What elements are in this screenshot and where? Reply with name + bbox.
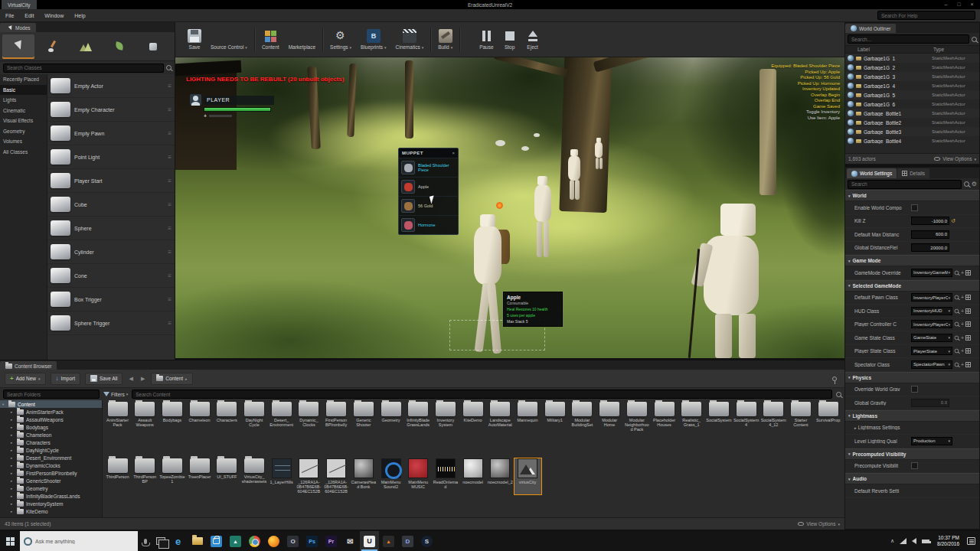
- forward-button[interactable]: ▶: [139, 376, 146, 382]
- outliner-row-garbage1g-5[interactable]: Garbage1G_5StaticMeshActor: [845, 90, 979, 99]
- folder-military1[interactable]: Military1: [541, 402, 568, 432]
- toolbar-blueprints-button[interactable]: Blueprints▾: [356, 22, 390, 57]
- browse-icon[interactable]: [965, 348, 971, 354]
- outliner-row-garbage1g-3[interactable]: Garbage1G_3StaticMeshActor: [845, 72, 979, 81]
- folder-assault-weapons[interactable]: Assault Weapons: [132, 402, 158, 432]
- modes-category-cinematic[interactable]: Cinematic: [0, 106, 47, 116]
- outliner-row-garbage1g-1[interactable]: Garbage1G_1StaticMeshActor: [845, 54, 979, 63]
- number-field[interactable]: 20000.0: [911, 243, 949, 252]
- import-button[interactable]: ↓ Import: [51, 373, 80, 385]
- asset-virtuscity[interactable]: virtusCity: [514, 458, 541, 494]
- asset-camerashead-bonk[interactable]: CamerasHead Bonk: [350, 458, 377, 494]
- taskbar-app-chrome[interactable]: [245, 531, 264, 551]
- use-selected-icon[interactable]: +: [961, 335, 964, 341]
- folder-socialsystem[interactable]: SocialSystem: [705, 402, 732, 432]
- folder-landscape-automaterial[interactable]: Landscape AutoMaterial: [487, 402, 514, 432]
- cortana-search[interactable]: [20, 531, 138, 551]
- asset-topeezombie-1[interactable]: TopeeZombie 1: [158, 458, 185, 489]
- taskbar-app-premiere[interactable]: Pr: [322, 531, 341, 551]
- asset-noecmodel[interactable]: noecmodel: [459, 458, 486, 494]
- action-center-icon[interactable]: [967, 537, 975, 545]
- dropdown-default-pawn-class[interactable]: InventoryPlayerChar▾: [911, 293, 952, 302]
- place-item-empty-pawn[interactable]: Empty Pawn≡: [47, 122, 175, 145]
- place-item-cube[interactable]: Cube≡: [47, 193, 175, 217]
- checkbox[interactable]: [911, 386, 918, 393]
- viewport-3d[interactable]: LIGHTING NEEDS TO BE REBUILT (20 unbuilt…: [175, 57, 844, 358]
- folder-characters[interactable]: Characters: [214, 402, 240, 432]
- section-header-audio[interactable]: ▾Audio: [845, 473, 979, 484]
- place-item-point-light[interactable]: Point Light≡: [47, 145, 175, 169]
- tree-item-genericshooter[interactable]: ▸GenericShooter: [0, 477, 102, 484]
- tree-item-bodybags[interactable]: ▸Bodybags: [0, 423, 102, 431]
- folder-animstarter-pack[interactable]: AnimStarter Pack: [104, 402, 131, 432]
- close-icon[interactable]: ×: [452, 151, 455, 155]
- tree-item-assaultweapons[interactable]: ▸AssaultWeapons: [0, 416, 102, 423]
- outliner-row-garbage-bottle1[interactable]: Garbage_Bottle1StaticMeshActor: [845, 109, 979, 118]
- place-item-cone[interactable]: Cone≡: [47, 264, 175, 288]
- toolbar-save-button[interactable]: Save: [183, 22, 206, 57]
- folder-starter-content[interactable]: Starter Content: [788, 402, 815, 432]
- search-icon[interactable]: [955, 270, 959, 275]
- modes-tab[interactable]: Modes: [0, 23, 36, 32]
- modes-category-visual-effects[interactable]: Visual Effects: [0, 116, 47, 126]
- filters-button[interactable]: Filters ▾: [103, 392, 128, 397]
- volume-icon[interactable]: [912, 538, 916, 544]
- folder-mannequin[interactable]: Mannequin: [514, 402, 541, 432]
- section-header-lightmass[interactable]: ▾Lightmass: [845, 410, 979, 422]
- tree-item-firstpersonbpironbelly[interactable]: ▸FirstPersonBPIronbelly: [0, 469, 102, 477]
- asset-treenplacer[interactable]: TreenPlacer: [186, 458, 213, 489]
- use-selected-icon[interactable]: +: [961, 295, 964, 300]
- folder-chameleon[interactable]: Chameleon: [186, 402, 213, 432]
- browse-icon[interactable]: [965, 270, 971, 276]
- taskbar-app-obs[interactable]: O: [283, 531, 302, 551]
- outliner-row-garbage1g-4[interactable]: Garbage1G_4StaticMeshActor: [845, 81, 979, 90]
- search-icon[interactable]: [955, 295, 959, 300]
- visibility-eye-icon[interactable]: [848, 119, 854, 126]
- tree-item-infinitybladegrasslands[interactable]: ▸InfinityBladeGrassLands: [0, 492, 102, 500]
- search-icon[interactable]: [955, 362, 959, 367]
- inventory-header[interactable]: MUPPET ×: [399, 148, 458, 158]
- asset-ui-stuff[interactable]: UI_STUFF: [214, 458, 240, 489]
- inventory-item-56-gold[interactable]: 56 Gold: [399, 196, 458, 215]
- folder-daynight-cycle[interactable]: DayNight Cycle: [241, 402, 268, 432]
- menu-item-help[interactable]: Help: [69, 9, 90, 21]
- tree-item-chameleon[interactable]: ▸Chameleon: [0, 431, 102, 439]
- taskbar-search-input[interactable]: [35, 539, 134, 544]
- start-button[interactable]: [0, 531, 20, 551]
- search-icon[interactable]: [955, 308, 959, 313]
- inventory-item-bladed-shoulder-piece[interactable]: Bladed Shoulder Piece: [399, 158, 458, 177]
- modes-category-volumes[interactable]: Volumes: [0, 136, 47, 147]
- mode-tab-landscape[interactable]: [70, 34, 102, 59]
- taskbar-app-mail[interactable]: ✉: [341, 531, 360, 551]
- taskbar-app-unreal[interactable]: U: [360, 531, 379, 551]
- folder-desert-environment[interactable]: Desert_ Environment: [268, 402, 295, 432]
- folder-modular-buildingset[interactable]: Modular BuildingSet: [569, 402, 596, 432]
- modes-search-input[interactable]: [3, 64, 164, 73]
- asset-virtuscity-shaderassets[interactable]: VirtusCity_ shaderassets: [241, 458, 268, 489]
- inventory-item-hormone[interactable]: Hormone: [399, 215, 458, 234]
- taskbar-app-steam[interactable]: S: [417, 531, 436, 551]
- folder-placeholder-houses[interactable]: Placeholder Houses: [651, 402, 678, 432]
- add-new-button[interactable]: + Add New ▾: [5, 373, 46, 385]
- taskbar-app-photoshop[interactable]: Ps: [302, 531, 322, 551]
- folder-bodybags[interactable]: Bodybags: [158, 402, 185, 432]
- browse-icon[interactable]: [965, 295, 971, 300]
- toolbar-pause-button[interactable]: Pause: [475, 22, 498, 57]
- visibility-eye-icon[interactable]: [848, 101, 854, 107]
- outliner-view-options[interactable]: View Options ▾: [934, 156, 976, 161]
- folder-infinityblade-grasslands[interactable]: InfinityBlade GrassLands: [405, 402, 432, 432]
- tab-world-settings[interactable]: World Settings: [847, 168, 897, 178]
- toolbar-settings-button[interactable]: Settings▾: [325, 22, 356, 57]
- revert-icon[interactable]: ↺: [951, 218, 956, 224]
- column-header-type[interactable]: Type: [933, 47, 979, 52]
- outliner-row-garbage-bottle2[interactable]: Garbage_Bottle2StaticMeshActor: [845, 118, 979, 127]
- asset-readonlemad[interactable]: ReadOnlemad: [432, 458, 459, 494]
- dropdown-level-lighting-qual[interactable]: Production▾: [911, 437, 952, 445]
- folders-search-input[interactable]: [3, 390, 100, 399]
- battery-icon[interactable]: [922, 540, 929, 543]
- asset-noecmodel-2[interactable]: noecmodel_2: [487, 458, 514, 494]
- checkbox[interactable]: [911, 462, 918, 469]
- window-tab[interactable]: VirtualCity: [2, 0, 37, 9]
- folder-dynamic-clocks[interactable]: Dynamic_ Clocks: [296, 402, 322, 432]
- inventory-window[interactable]: MUPPET × Bladed Shoulder PieceApple56 Go…: [398, 148, 459, 235]
